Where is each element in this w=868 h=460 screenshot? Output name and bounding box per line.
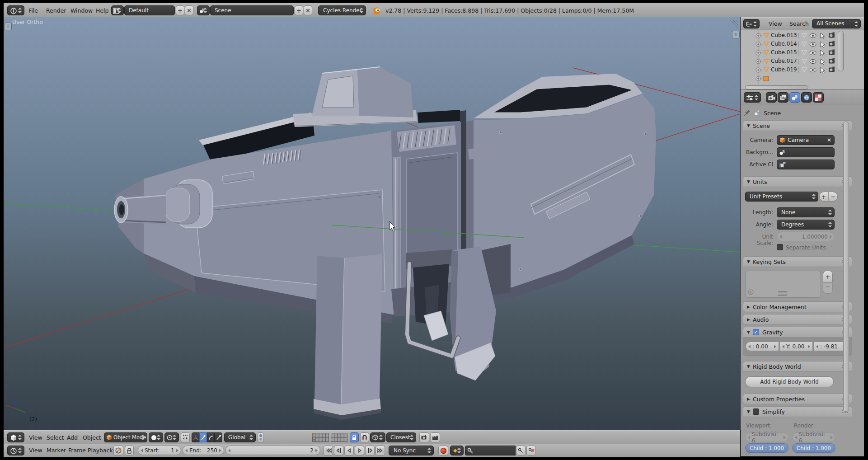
play-button[interactable] [355, 446, 364, 455]
play-reverse-button[interactable] [344, 446, 354, 455]
active-clip-field[interactable] [777, 160, 835, 169]
unit-preset-add-button[interactable]: + [819, 192, 828, 202]
add-rigid-body-world-button[interactable]: Add Rigid Body World [745, 376, 834, 387]
opengl-render-anim-button[interactable] [430, 432, 440, 442]
lock-to-scene-button[interactable] [350, 432, 359, 442]
keying-set-remove-button[interactable]: − [823, 283, 833, 294]
properties-expand-tab[interactable]: + [732, 31, 740, 38]
outliner-hscrollbar[interactable] [745, 85, 808, 89]
separate-units-checkbox[interactable] [777, 244, 783, 250]
outliner-item-label[interactable]: Cube.019 [771, 66, 797, 73]
keying-sets-listbox[interactable] [745, 271, 821, 298]
tab-texture[interactable] [813, 92, 824, 103]
outliner-vscrollbar[interactable] [838, 31, 844, 71]
resize-grip-icon[interactable] [778, 291, 787, 296]
scene-delete-button[interactable]: ✕ [304, 5, 312, 15]
preview-range-toggle[interactable] [113, 446, 123, 455]
menu-tl-frame[interactable]: Frame [68, 447, 86, 454]
unit-presets-select[interactable]: Unit Presets [745, 192, 818, 202]
outliner-item-label[interactable]: Cube.013 [771, 32, 797, 38]
viewport-shading-select[interactable] [149, 432, 163, 442]
panel-audio-header[interactable]: ▶Audio [743, 314, 852, 325]
manipulator-widget-toggle[interactable] [181, 432, 190, 442]
panel-custom-properties-header[interactable]: ▶Custom Properties [743, 394, 852, 404]
outliner-row-partial[interactable] [756, 76, 769, 81]
menu-window[interactable]: Window [70, 7, 93, 14]
menu-select[interactable]: Select [47, 434, 64, 441]
outliner-menu-view[interactable]: View [769, 20, 782, 27]
outliner-item-label[interactable]: Cube.017 [771, 58, 797, 64]
unit-preset-remove-button[interactable]: − [829, 192, 838, 202]
editor-type-info-button[interactable] [7, 5, 24, 15]
prev-keyframe-button[interactable] [334, 446, 343, 455]
editor-type-timeline-button[interactable] [7, 446, 24, 455]
translate-manipulator-button[interactable] [199, 432, 207, 442]
editor-type-properties-button[interactable] [744, 92, 761, 103]
angle-select[interactable]: Degrees [777, 220, 835, 230]
menu-file[interactable]: File [28, 7, 38, 14]
jump-end-button[interactable] [375, 446, 385, 455]
menu-help[interactable]: Help [96, 7, 109, 14]
layers-widget[interactable] [312, 433, 347, 442]
scale-manipulator-button[interactable] [215, 432, 222, 442]
panel-keying-header[interactable]: ▼Keying Sets [743, 256, 852, 267]
menu-render[interactable]: Render [46, 7, 66, 14]
length-select[interactable]: None [777, 207, 835, 217]
gravity-z-field[interactable]: : -9.81 [813, 342, 848, 351]
menu-tl-view[interactable]: View [29, 447, 42, 454]
outliner-scope-select[interactable]: All Scenes [812, 19, 861, 28]
keying-set-add-button[interactable]: + [823, 271, 833, 282]
outliner-item-label[interactable]: Cube.015 [771, 49, 797, 56]
simplify-child-render[interactable]: Child : 1.000 [792, 443, 835, 453]
tab-render[interactable] [766, 92, 777, 103]
rotate-manipulator-button[interactable] [207, 432, 215, 442]
expand-plus-icon[interactable] [748, 289, 754, 295]
panel-units-header[interactable]: ▼Units [743, 176, 852, 187]
active-keying-set-field[interactable] [465, 446, 516, 455]
snap-element-select[interactable] [370, 432, 385, 442]
camera-field[interactable]: Camera ✕ [777, 135, 835, 145]
scene-add-button[interactable]: + [295, 5, 303, 15]
lock-frame-toggle[interactable] [125, 446, 134, 455]
panel-rigid-header[interactable]: ▼Rigid Body World [743, 361, 852, 372]
snap-target-select[interactable]: Closest [386, 432, 416, 442]
orientation-select[interactable]: Global [224, 432, 256, 442]
pin-icon[interactable] [744, 109, 751, 117]
properties-vscrollbar[interactable] [843, 122, 849, 412]
current-frame-field[interactable]: 2 [225, 446, 320, 455]
panel-gravity-header[interactable]: ▼ ✓ Gravity [743, 327, 852, 338]
panel-scene-header[interactable]: ▼ Scene [743, 120, 852, 131]
tab-world[interactable] [801, 92, 812, 103]
manipulator-axis-button[interactable] [192, 432, 199, 442]
screen-layout-add-button[interactable]: + [176, 5, 184, 15]
screen-layout-name-field[interactable]: Default [124, 5, 175, 15]
overlay-toggle[interactable] [258, 432, 264, 442]
snap-toggle[interactable] [360, 432, 369, 442]
frame-start-field[interactable]: Start: 1 [138, 446, 181, 455]
scene-browse[interactable] [197, 5, 210, 15]
viewport-3d[interactable]: User Ortho (2) + + [4, 17, 741, 430]
next-keyframe-button[interactable] [365, 446, 375, 455]
editor-type-3dview-button[interactable] [7, 432, 24, 442]
panel-color-management-header[interactable]: ▶Color Management [743, 301, 852, 312]
menu-object[interactable]: Object [83, 434, 101, 441]
toolshelf-expand-tab[interactable]: + [4, 23, 12, 30]
tab-scene[interactable] [789, 92, 800, 103]
render-engine-select[interactable]: Cycles Render [318, 5, 366, 15]
sync-select[interactable]: No Sync [389, 446, 434, 455]
editor-type-outliner-button[interactable] [743, 19, 760, 28]
outliner-menu-search[interactable]: Search [789, 20, 809, 27]
frame-end-field[interactable]: End: 250 [183, 446, 224, 455]
keying-set-insert[interactable] [450, 446, 464, 455]
tab-render-layers[interactable] [778, 92, 788, 103]
menu-add[interactable]: Add [67, 434, 78, 441]
increment-arrow-icon[interactable] [176, 449, 178, 452]
screen-layout-browse[interactable] [111, 5, 124, 15]
gravity-checkbox[interactable]: ✓ [753, 329, 759, 335]
jump-start-button[interactable] [324, 446, 333, 455]
gravity-x-field[interactable]: : 0.00 [746, 342, 779, 351]
clear-camera-icon[interactable]: ✕ [827, 137, 831, 143]
screen-layout-delete-button[interactable]: ✕ [185, 5, 193, 15]
record-button[interactable] [438, 446, 448, 455]
simplify-checkbox[interactable] [753, 408, 759, 415]
